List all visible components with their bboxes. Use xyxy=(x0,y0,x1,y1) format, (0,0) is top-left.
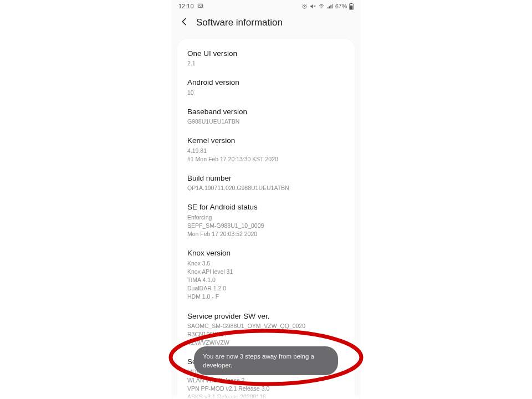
developer-toast: You are now 3 steps away from being a de… xyxy=(194,346,338,375)
row-label: Android version xyxy=(187,78,345,88)
back-icon[interactable] xyxy=(180,17,190,29)
mute-icon xyxy=(310,3,316,9)
alarm-icon xyxy=(301,3,308,9)
svg-point-4 xyxy=(321,7,321,8)
row-baseband[interactable]: Baseband version G988U1UEU1ATBN xyxy=(177,101,355,130)
status-time: 12:10 xyxy=(178,3,194,9)
row-value: G988U1UEU1ATBN xyxy=(187,117,345,126)
title-bar: Software information xyxy=(172,12,360,34)
row-value: Knox 3.5 Knox API level 31 TIMA 4.1.0 Du… xyxy=(187,259,345,301)
row-build-number[interactable]: Build number QP1A.190711.020.G988U1UEU1A… xyxy=(177,168,355,197)
row-value: 10 xyxy=(187,89,345,97)
battery-icon xyxy=(349,3,354,10)
svg-rect-7 xyxy=(350,5,353,8)
status-bar: 12:10 67% xyxy=(172,0,360,12)
row-android-version[interactable]: Android version 10 xyxy=(177,72,355,101)
row-label: Build number xyxy=(187,173,345,183)
row-label: SE for Android status xyxy=(187,202,345,212)
row-value: 2.1 xyxy=(187,59,345,68)
row-label: Service provider SW ver. xyxy=(187,311,345,321)
row-label: Knox version xyxy=(187,248,345,258)
settings-panel: One UI version 2.1 Android version 10 Ba… xyxy=(177,39,355,399)
row-label: Baseband version xyxy=(187,107,345,117)
phone-screen: 12:10 67% Sof xyxy=(172,0,360,399)
wifi-icon xyxy=(318,3,325,9)
row-service-provider[interactable]: Service provider SW ver. SAOMC_SM-G988U1… xyxy=(177,306,355,352)
row-knox[interactable]: Knox version Knox 3.5 Knox API level 31 … xyxy=(177,243,355,305)
row-value: Enforcing SEPF_SM-G988U1_10_0009 Mon Feb… xyxy=(187,213,345,239)
row-value: SAOMC_SM-G988U1_OYM_VZW_QQ_0020 R3CN106K… xyxy=(187,322,345,347)
toast-message: You are now 3 steps away from being a de… xyxy=(203,353,314,369)
row-label: Kernel version xyxy=(187,136,345,146)
bottom-fade xyxy=(172,393,360,399)
row-se-android[interactable]: SE for Android status Enforcing SEPF_SM-… xyxy=(177,197,355,243)
row-one-ui[interactable]: One UI version 2.1 xyxy=(177,43,355,72)
row-value: QP1A.190711.020.G988U1UEU1ATBN xyxy=(187,184,345,192)
screenshot-icon xyxy=(197,3,203,10)
row-kernel[interactable]: Kernel version 4.19.81 #1 Mon Feb 17 20:… xyxy=(177,130,355,168)
signal-icon xyxy=(327,3,333,9)
page-title: Software information xyxy=(196,17,283,28)
battery-percent: 67% xyxy=(335,3,347,9)
row-value: 4.19.81 #1 Mon Feb 17 20:13:30 KST 2020 xyxy=(187,147,345,163)
row-label: One UI version xyxy=(187,49,345,59)
